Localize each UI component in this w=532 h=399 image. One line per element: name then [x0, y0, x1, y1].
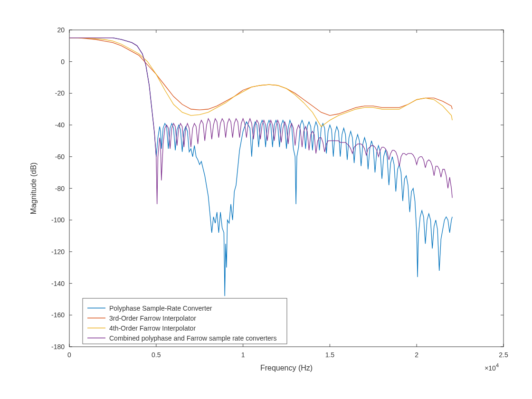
x-tick-label: 1.5 — [325, 351, 335, 359]
y-tick-label: -160 — [51, 311, 65, 319]
y-tick-label: -60 — [55, 153, 65, 161]
legend-label: 4th-Order Farrow Interpolator — [109, 324, 196, 332]
magnitude-response-chart: 00.511.522.5-180-160-140-120-100-80-60-4… — [0, 0, 532, 399]
x-tick-label: 2 — [415, 351, 418, 359]
x-tick-label: 0 — [67, 351, 71, 359]
y-tick-label: 20 — [57, 26, 65, 34]
y-tick-label: -100 — [51, 216, 65, 224]
legend-label: 3rd-Order Farrow Interpolator — [109, 314, 196, 322]
y-tick-label: -20 — [55, 89, 65, 97]
legend-label: Polyphase Sample-Rate Converter — [109, 304, 212, 312]
y-tick-label: 0 — [61, 58, 65, 66]
x-tick-label: 0.5 — [152, 351, 161, 359]
y-tick-label: -180 — [51, 343, 65, 351]
series-line-2 — [69, 38, 452, 127]
x-tick-label: 2.5 — [499, 351, 508, 359]
x-axis-label: Frequency (Hz) — [260, 364, 313, 372]
series-line-0 — [69, 38, 452, 296]
x-exponent-label: ×104 — [484, 362, 499, 372]
x-tick-label: 1 — [241, 351, 245, 359]
y-tick-label: -140 — [51, 280, 65, 287]
y-axis-label: Magnitude (dB) — [29, 162, 38, 214]
y-tick-label: -40 — [55, 121, 65, 129]
series-line-1 — [69, 38, 452, 115]
y-tick-label: -80 — [55, 185, 65, 192]
y-tick-label: -120 — [51, 248, 65, 256]
legend-label: Combined polyphase and Farrow sample rat… — [109, 334, 277, 342]
